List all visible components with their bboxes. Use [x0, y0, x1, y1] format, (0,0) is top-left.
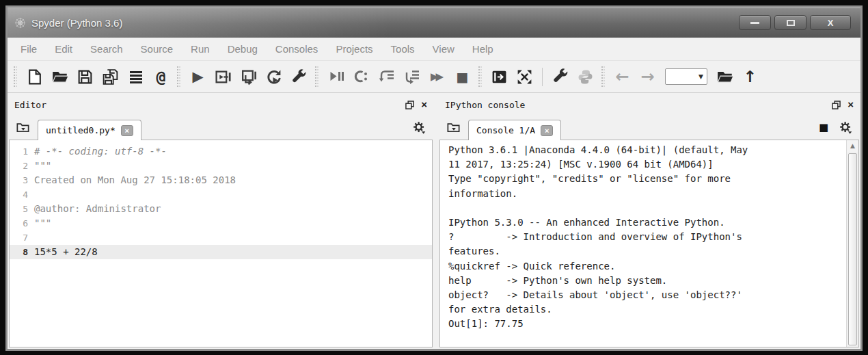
spyder-window: Spyder (Python 3.6) X File Edit Search S… [5, 5, 863, 351]
preferences-button[interactable] [547, 62, 573, 91]
editor-tab-label: untitled0.py* [46, 125, 116, 135]
run-settings-button[interactable] [286, 62, 312, 91]
forward-arrow-icon: → [640, 68, 654, 85]
file-switcher-button[interactable] [123, 62, 148, 91]
run-current-line-button[interactable] [349, 62, 374, 91]
menu-item[interactable]: Source [132, 38, 182, 60]
console-line: object? -> Details about 'object', use '… [448, 288, 841, 302]
console-close-pane-button[interactable]: × [847, 98, 854, 111]
at-symbol-icon: @ [157, 69, 166, 85]
main-area: Editor × untitled0.py* × [8, 93, 860, 349]
run-file-button[interactable]: ▶ [185, 62, 211, 91]
console-output[interactable]: Python 3.6.1 |Anaconda 4.4.0 (64-bit)| (… [440, 140, 858, 347]
maximize-pane-button[interactable] [487, 62, 512, 91]
editor-close-pane-button[interactable]: × [421, 98, 427, 111]
editor-console-splitter[interactable] [433, 94, 439, 347]
close-pane-icon: × [847, 100, 854, 109]
menu-item[interactable]: View [424, 38, 463, 60]
step-into-button[interactable] [374, 62, 399, 91]
code-text: """ [34, 159, 51, 173]
toolbar-drag-handle[interactable] [14, 66, 17, 87]
line-number: 6 [10, 216, 34, 231]
menu-item[interactable]: Projects [327, 38, 381, 60]
menu-item[interactable]: Debug [219, 38, 267, 60]
maximize-icon [787, 20, 795, 26]
line-number: 4 [10, 187, 34, 202]
step-return-button[interactable] [399, 62, 424, 91]
continue-icon: ▶▶ [431, 72, 444, 82]
editor-browse-tabs-button[interactable] [12, 116, 33, 138]
editor-tab-untitled0[interactable]: untitled0.py* × [38, 120, 141, 140]
line-number: 2 [10, 159, 34, 173]
pythonpath-manager-button[interactable] [573, 62, 598, 91]
toolbar-drag-handle[interactable] [478, 66, 482, 87]
stop-debugging-button[interactable]: ■ [450, 62, 475, 91]
console-tab-1A[interactable]: Console 1/A × [468, 120, 561, 140]
new-file-button[interactable] [22, 62, 47, 91]
editor-pane-title: Editor [14, 100, 398, 110]
rerun-cell-button[interactable] [261, 62, 286, 91]
console-scrollbar[interactable]: ▲ [846, 140, 858, 347]
console-options-button[interactable] [835, 116, 856, 138]
toolbar-drag-handle[interactable] [315, 66, 318, 87]
debug-file-button[interactable] [323, 62, 349, 91]
parent-directory-button[interactable]: ↑ [737, 62, 763, 91]
editor-line: 1# -*- coding: utf-8 -*- [10, 144, 432, 159]
console-tab-bar: Console 1/A × ■ [439, 115, 859, 140]
title-bar: Spyder (Python 3.6) X [8, 8, 860, 38]
console-pane-header: IPython console × [439, 94, 859, 115]
close-pane-icon: × [421, 100, 427, 109]
menu-item[interactable]: Search [81, 38, 132, 60]
console-line: %quickref -> Quick reference. [448, 259, 841, 274]
find-symbols-button[interactable]: @ [148, 62, 174, 91]
menu-item[interactable]: Tools [382, 38, 424, 60]
console-float-button[interactable] [832, 98, 841, 111]
back-button[interactable]: ← [610, 62, 635, 91]
menu-item[interactable]: Help [463, 38, 502, 60]
menu-item[interactable]: Run [182, 38, 219, 60]
console-line: information. [448, 187, 841, 201]
save-all-button[interactable] [98, 62, 123, 91]
menu-item[interactable]: Edit [46, 38, 81, 60]
maximize-button[interactable] [774, 15, 806, 30]
forward-button[interactable]: → [635, 62, 660, 91]
run-cell-button[interactable] [211, 62, 236, 91]
chevron-down-icon: ▼ [699, 74, 703, 80]
interrupt-kernel-button[interactable]: ■ [813, 116, 835, 138]
console-line [448, 331, 841, 345]
editor-code-area[interactable]: 1# -*- coding: utf-8 -*- 2""" 3Created o… [10, 140, 432, 259]
working-directory-combobox[interactable]: ▼ [665, 68, 707, 85]
console-line: features. [448, 244, 841, 259]
editor-float-button[interactable] [405, 98, 414, 111]
console-line [448, 201, 841, 215]
minimize-button[interactable] [739, 15, 771, 30]
fullscreen-button[interactable] [512, 62, 537, 91]
console-line: In [2]: [448, 346, 841, 347]
editor-line: 7 [10, 231, 432, 245]
browse-working-directory-button[interactable] [712, 62, 737, 91]
editor-line: 3Created on Mon Aug 27 15:18:05 2018 [10, 173, 432, 187]
scrollbar-up-button[interactable]: ▲ [847, 140, 858, 152]
open-file-button[interactable] [47, 62, 72, 91]
menu-item[interactable]: Consoles [267, 38, 327, 60]
figure-frame: Spyder (Python 3.6) X File Edit Search S… [0, 0, 868, 355]
tab-close-icon[interactable]: × [541, 125, 553, 136]
up-arrow-icon: ↑ [744, 69, 757, 85]
console-line: ? -> Introduction and overview of IPytho… [448, 230, 841, 244]
editor-options-button[interactable] [408, 116, 430, 138]
tab-close-icon[interactable]: × [121, 125, 133, 136]
save-file-button[interactable] [72, 62, 98, 91]
toolbar-drag-handle[interactable] [601, 66, 605, 87]
editor-line: 815*5 + 22/8 [10, 245, 432, 259]
editor-pane-header: Editor × [9, 94, 433, 115]
code-text: Created on Mon Aug 27 15:18:05 2018 [34, 173, 236, 187]
menu-item[interactable]: File [12, 38, 46, 60]
toolbar-drag-handle[interactable] [177, 66, 180, 87]
console-browse-tabs-button[interactable] [442, 116, 464, 138]
run-cell-advance-button[interactable] [236, 62, 261, 91]
console-line: Type "copyright", "credits" or "license"… [448, 172, 841, 186]
continue-execution-button[interactable]: ▶▶ [424, 62, 450, 91]
scrollbar-thumb[interactable] [848, 153, 857, 345]
spyder-app-icon [14, 17, 26, 29]
close-button[interactable]: X [810, 15, 851, 30]
